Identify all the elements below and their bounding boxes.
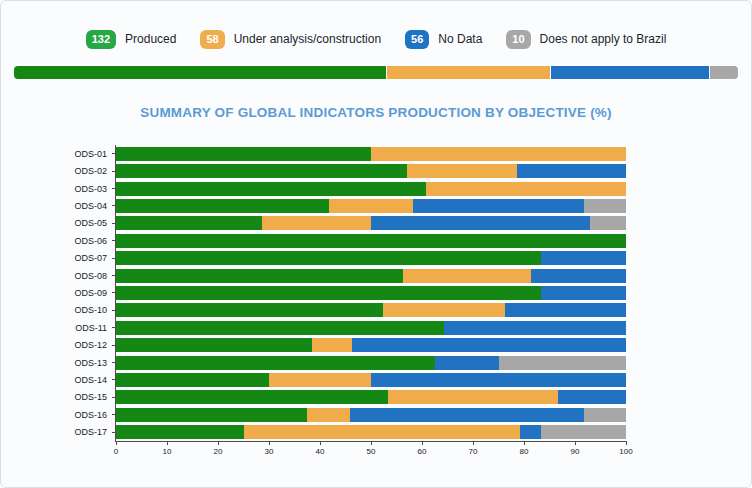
- y-axis-label: ODS-08: [74, 271, 107, 281]
- legend-count-badge: 58: [200, 30, 224, 49]
- bar-row-ods-09: ODS-09: [116, 284, 626, 301]
- bar-segment-no-data[interactable]: [352, 338, 626, 352]
- bar-segment-under-analysis-construction[interactable]: [329, 199, 414, 213]
- bar-segment-no-data[interactable]: [505, 303, 626, 317]
- x-axis-tick: [524, 441, 525, 445]
- y-axis-tick: [112, 432, 116, 433]
- bar-track: [116, 182, 626, 196]
- x-axis-tick: [218, 441, 219, 445]
- bar-segment-under-analysis-construction[interactable]: [426, 182, 626, 196]
- y-axis-label: ODS-17: [74, 427, 107, 437]
- bar-segment-does-not-apply-to-brazil[interactable]: [584, 199, 626, 213]
- bar-segment-produced[interactable]: [116, 373, 269, 387]
- bar-segment-under-analysis-construction[interactable]: [262, 216, 371, 230]
- bar-segment-no-data[interactable]: [350, 408, 584, 422]
- dashboard-page: 132Produced58Under analysis/construction…: [0, 0, 752, 488]
- bar-track: [116, 356, 626, 370]
- y-axis-tick: [112, 414, 116, 415]
- y-axis-label: ODS-02: [74, 166, 107, 176]
- bar-segment-no-data[interactable]: [517, 164, 626, 178]
- x-axis-tick: [473, 441, 474, 445]
- bar-segment-under-analysis-construction[interactable]: [307, 408, 349, 422]
- bar-track: [116, 199, 626, 213]
- y-axis-label: ODS-12: [74, 340, 107, 350]
- y-axis-tick: [112, 258, 116, 259]
- bar-track: [116, 147, 626, 161]
- summary-segment-no-data: [551, 66, 709, 79]
- bar-segment-produced[interactable]: [116, 182, 426, 196]
- bar-segment-under-analysis-construction[interactable]: [312, 338, 351, 352]
- bar-row-ods-14: ODS-14: [116, 371, 626, 388]
- bar-segment-no-data[interactable]: [520, 425, 541, 439]
- bar-segment-under-analysis-construction[interactable]: [383, 303, 504, 317]
- bar-segment-produced[interactable]: [116, 251, 541, 265]
- bar-segment-no-data[interactable]: [444, 321, 626, 335]
- bar-segment-no-data[interactable]: [435, 356, 499, 370]
- x-axis-tick-label: 0: [114, 447, 118, 456]
- x-axis-tick-label: 100: [619, 447, 632, 456]
- bar-segment-no-data[interactable]: [371, 373, 626, 387]
- bar-segment-produced[interactable]: [116, 303, 383, 317]
- x-axis-tick-label: 10: [163, 447, 172, 456]
- bar-segment-under-analysis-construction[interactable]: [371, 147, 626, 161]
- bar-track: [116, 338, 626, 352]
- bar-segment-no-data[interactable]: [558, 390, 626, 404]
- bar-row-ods-05: ODS-05: [116, 215, 626, 232]
- bar-segment-produced[interactable]: [116, 269, 403, 283]
- bar-track: [116, 286, 626, 300]
- bar-segment-under-analysis-construction[interactable]: [403, 269, 531, 283]
- bar-segment-does-not-apply-to-brazil[interactable]: [499, 356, 627, 370]
- y-axis-tick: [112, 345, 116, 346]
- y-axis-tick: [112, 362, 116, 363]
- x-axis-tick-label: 80: [520, 447, 529, 456]
- bar-segment-no-data[interactable]: [541, 286, 626, 300]
- bar-segment-does-not-apply-to-brazil[interactable]: [541, 425, 626, 439]
- bar-segment-under-analysis-construction[interactable]: [269, 373, 371, 387]
- bar-segment-no-data[interactable]: [531, 269, 626, 283]
- bar-segment-produced[interactable]: [116, 147, 371, 161]
- y-axis-tick: [112, 153, 116, 154]
- bar-segment-no-data[interactable]: [541, 251, 626, 265]
- bar-segment-produced[interactable]: [116, 286, 541, 300]
- bar-segment-under-analysis-construction[interactable]: [244, 425, 520, 439]
- bar-track: [116, 321, 626, 335]
- legend-count-badge: 56: [405, 30, 429, 49]
- bar-segment-produced[interactable]: [116, 356, 435, 370]
- bar-segment-produced[interactable]: [116, 164, 407, 178]
- bar-row-ods-03: ODS-03: [116, 180, 626, 197]
- bar-segment-produced[interactable]: [116, 425, 244, 439]
- bar-track: [116, 373, 626, 387]
- bar-row-ods-11: ODS-11: [116, 319, 626, 336]
- bar-segment-no-data[interactable]: [413, 199, 583, 213]
- bar-segment-produced[interactable]: [116, 199, 329, 213]
- bar-track: [116, 408, 626, 422]
- bar-segment-does-not-apply-to-brazil[interactable]: [584, 408, 626, 422]
- bar-segment-under-analysis-construction[interactable]: [388, 390, 558, 404]
- bar-segment-does-not-apply-to-brazil[interactable]: [590, 216, 626, 230]
- x-axis-tick: [116, 441, 117, 445]
- x-axis-tick: [575, 441, 576, 445]
- bar-row-ods-04: ODS-04: [116, 197, 626, 214]
- summary-segment-under-analysis-construction: [387, 66, 551, 79]
- x-axis-tick: [269, 441, 270, 445]
- bar-segment-produced[interactable]: [116, 408, 307, 422]
- x-axis-tick: [626, 441, 627, 445]
- y-axis-label: ODS-10: [74, 305, 107, 315]
- y-axis-label: ODS-03: [74, 184, 107, 194]
- bar-row-ods-06: ODS-06: [116, 232, 626, 249]
- bar-segment-produced[interactable]: [116, 321, 444, 335]
- y-axis-tick: [112, 205, 116, 206]
- summary-progress-bar: [14, 66, 738, 79]
- y-axis-tick: [112, 275, 116, 276]
- bar-segment-produced[interactable]: [116, 216, 262, 230]
- bar-segment-produced[interactable]: [116, 390, 388, 404]
- bar-segment-under-analysis-construction[interactable]: [407, 164, 517, 178]
- x-axis-tick: [422, 441, 423, 445]
- bar-segment-produced[interactable]: [116, 234, 626, 248]
- x-axis-tick-label: 60: [418, 447, 427, 456]
- legend-item-label: No Data: [438, 32, 482, 46]
- legend-count-badge: 10: [506, 30, 530, 49]
- bar-segment-no-data[interactable]: [371, 216, 590, 230]
- bar-segment-produced[interactable]: [116, 338, 312, 352]
- y-axis-label: ODS-13: [74, 358, 107, 368]
